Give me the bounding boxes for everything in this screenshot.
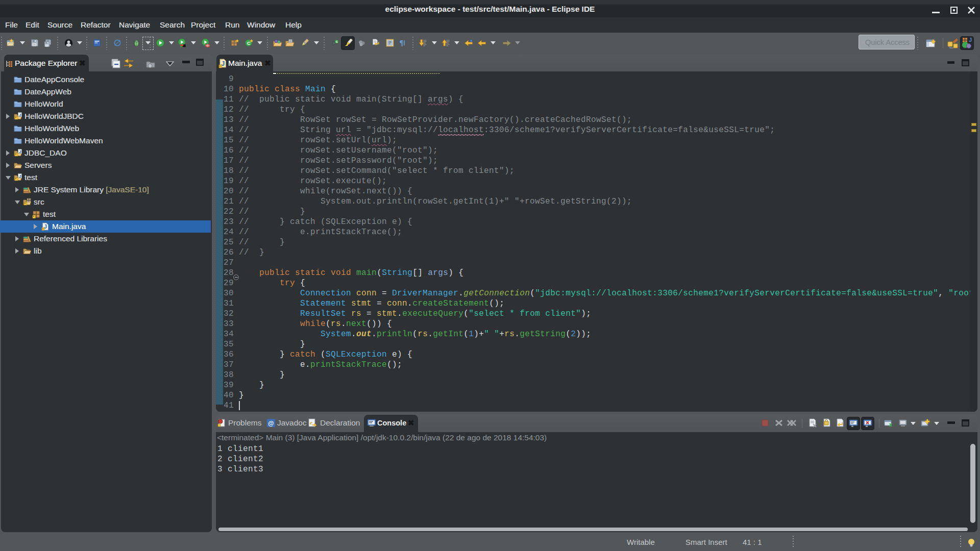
svg-text:J: J <box>19 174 21 179</box>
svg-text:¶: ¶ <box>400 39 404 47</box>
svg-text:C: C <box>247 41 250 46</box>
svg-text:J: J <box>969 37 972 43</box>
svg-text:J: J <box>19 113 21 117</box>
svg-text:e: e <box>310 419 312 425</box>
svg-text:@: @ <box>268 420 274 427</box>
svg-text:C: C <box>335 40 338 43</box>
svg-text:J: J <box>19 149 21 154</box>
